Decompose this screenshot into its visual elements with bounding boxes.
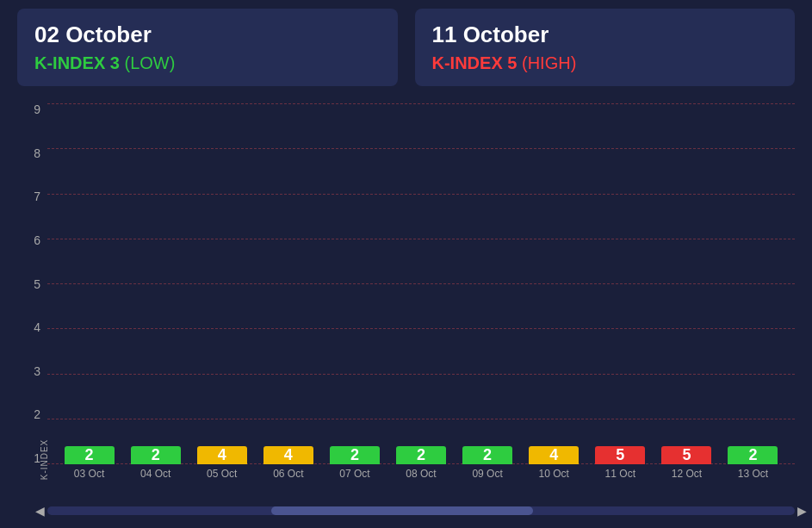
- y-label-3: 3: [34, 365, 40, 377]
- bar-value-3: 4: [284, 446, 293, 464]
- bar-value-5: 2: [417, 446, 425, 464]
- bar-group-05-Oct: 4: [189, 446, 255, 464]
- x-label-12-Oct: 12 Oct: [654, 468, 720, 480]
- card-right-index-word: (HIGH): [522, 53, 576, 72]
- card-right: 11 October K-INDEX 5 (HIGH): [415, 9, 796, 86]
- x-labels: 03 Oct04 Oct05 Oct06 Oct07 Oct08 Oct09 O…: [47, 464, 795, 499]
- bar-12-Oct[interactable]: 5: [661, 446, 711, 464]
- x-label-04-Oct: 04 Oct: [122, 468, 189, 480]
- bar-03-Oct[interactable]: 2: [65, 446, 115, 464]
- card-left-index-label: K-INDEX 3: [34, 53, 120, 72]
- x-label-03-Oct: 03 Oct: [56, 468, 122, 480]
- bar-value-4: 2: [350, 446, 359, 464]
- y-label-5: 5: [34, 278, 40, 290]
- x-label-07-Oct: 07 Oct: [321, 468, 387, 480]
- bar-value-2: 4: [218, 446, 226, 464]
- scrollbar-left-arrow[interactable]: ◀: [32, 504, 48, 518]
- bar-group-08-Oct: 2: [387, 446, 454, 464]
- bar-08-Oct[interactable]: 2: [396, 446, 446, 464]
- bar-value-7: 4: [549, 446, 558, 464]
- card-left-index: K-INDEX 3 (LOW): [34, 53, 381, 73]
- bar-13-Oct[interactable]: 2: [728, 446, 778, 464]
- bar-05-Oct[interactable]: 4: [197, 446, 247, 464]
- chart-area: 9 8 7 6 5 4 3 2 1: [17, 103, 795, 519]
- y-label-7: 7: [34, 190, 40, 202]
- card-right-index-label: K-INDEX 5: [432, 53, 518, 72]
- x-label-09-Oct: 09 Oct: [455, 468, 521, 480]
- bar-06-Oct[interactable]: 4: [263, 446, 313, 464]
- x-label-11-Oct: 11 Oct: [587, 468, 654, 480]
- chart-wrapper: 9 8 7 6 5 4 3 2 1: [17, 103, 795, 499]
- scrollbar-area[interactable]: ◀ ▶: [17, 499, 795, 519]
- card-right-index: K-INDEX 5 (HIGH): [432, 53, 778, 73]
- card-left: 02 October K-INDEX 3 (LOW): [17, 9, 398, 86]
- bar-07-Oct[interactable]: 2: [330, 446, 380, 464]
- bar-10-Oct[interactable]: 4: [529, 446, 579, 464]
- x-label-05-Oct: 05 Oct: [189, 468, 255, 480]
- bar-group-11-Oct: 5: [587, 446, 654, 464]
- y-axis-rotated-label: K-INDEX: [40, 438, 49, 480]
- y-label-6: 6: [34, 234, 40, 246]
- scrollbar-thumb[interactable]: [271, 506, 533, 515]
- x-label-08-Oct: 08 Oct: [387, 468, 454, 480]
- bar-value-6: 2: [483, 446, 492, 464]
- bar-value-8: 5: [616, 446, 624, 464]
- bar-09-Oct[interactable]: 2: [462, 446, 512, 464]
- x-label-13-Oct: 13 Oct: [720, 468, 786, 480]
- bar-value-1: 2: [152, 446, 160, 464]
- scrollbar-right-arrow[interactable]: ▶: [794, 504, 810, 518]
- bar-group-03-Oct: 2: [56, 446, 122, 464]
- card-right-date: 11 October: [432, 22, 778, 48]
- chart-inner: 22442224552 03 Oct04 Oct05 Oct06 Oct07 O…: [47, 103, 795, 499]
- y-label-8: 8: [34, 147, 40, 159]
- y-label-2: 2: [34, 408, 40, 420]
- y-label-9: 9: [34, 103, 40, 115]
- bar-value-0: 2: [85, 446, 94, 464]
- bar-group-07-Oct: 2: [321, 446, 387, 464]
- bars-container: 22442224552: [47, 103, 795, 464]
- bar-value-9: 5: [682, 446, 691, 464]
- scrollbar-track[interactable]: ◀ ▶: [47, 506, 795, 515]
- header-cards: 02 October K-INDEX 3 (LOW) 11 October K-…: [17, 9, 795, 86]
- bar-group-09-Oct: 2: [455, 446, 521, 464]
- x-label-06-Oct: 06 Oct: [255, 468, 321, 480]
- card-left-date: 02 October: [34, 22, 381, 48]
- bar-group-04-Oct: 2: [122, 446, 189, 464]
- bar-group-12-Oct: 5: [654, 446, 720, 464]
- card-left-index-word: (LOW): [124, 53, 175, 72]
- bar-04-Oct[interactable]: 2: [131, 446, 181, 464]
- bar-group-06-Oct: 4: [255, 446, 321, 464]
- main-container: 02 October K-INDEX 3 (LOW) 11 October K-…: [0, 0, 812, 528]
- x-label-10-Oct: 10 Oct: [521, 468, 587, 480]
- bar-value-10: 2: [748, 446, 757, 464]
- y-label-4: 4: [34, 321, 40, 333]
- bar-group-13-Oct: 2: [720, 446, 786, 464]
- bar-group-10-Oct: 4: [521, 446, 587, 464]
- bar-11-Oct[interactable]: 5: [595, 446, 645, 464]
